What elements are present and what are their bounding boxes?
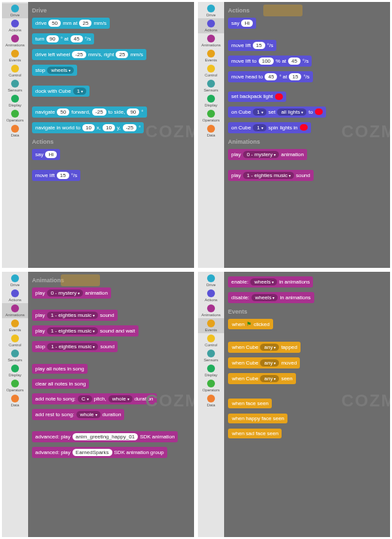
block-add-note[interactable]: add note to song:Cpitch,wholeduration [32, 393, 157, 404]
category-events[interactable]: Events [198, 318, 224, 333]
color-swatch-red[interactable] [275, 93, 283, 100]
block-dock[interactable]: dock with Cube1 [32, 86, 90, 97]
block-say-q1[interactable]: sayHi [32, 149, 60, 160]
block-enable-anim[interactable]: enable:wheelsin animations [228, 276, 313, 287]
category-sensors[interactable]: Sensors [198, 348, 224, 363]
category-label: Sensors [204, 88, 218, 92]
block-move-lift-to[interactable]: move lift to100% at45°/s [228, 56, 312, 67]
category-dot-icon [207, 5, 215, 12]
block-play-sound-q3[interactable]: play1 - eighties musicsound [32, 310, 118, 321]
category-actions[interactable]: Actions [198, 288, 224, 303]
category-operators[interactable]: Operators [198, 378, 224, 393]
category-drive[interactable]: Drive [2, 273, 28, 288]
block-say-q2[interactable]: sayHi [228, 18, 256, 29]
category-label: Events [9, 328, 21, 332]
category-label: Actions [8, 298, 22, 302]
category-drive[interactable]: Drive [198, 3, 224, 18]
sidebar-q1: DriveActionsAnimationsEventsControlSenso… [2, 2, 28, 268]
block-play-all-notes[interactable]: play all notes in song [32, 364, 88, 374]
category-drive[interactable]: Drive [198, 273, 224, 288]
block-when-cube-seen[interactable]: when Cubeanyseen [228, 373, 296, 384]
block-add-rest[interactable]: add rest to song:wholeduration [32, 409, 124, 420]
block-stop-sound[interactable]: stop1 - eighties musicsound [32, 341, 118, 352]
category-data[interactable]: Data [198, 393, 224, 408]
category-label: Animations [201, 43, 221, 47]
category-dot-icon [207, 50, 215, 57]
category-actions[interactable]: Actions [2, 18, 28, 33]
canvas-q3: COZM Animations play0 - mysteryanimation… [28, 272, 194, 538]
category-dot-icon [11, 380, 19, 387]
category-dot-icon [207, 95, 215, 103]
block-play-sound-q2[interactable]: play1 - eighties musicsound [228, 170, 314, 181]
block-navigate[interactable]: navigate50forward,-25to side,90° [32, 106, 147, 118]
block-play-sound-wait[interactable]: play1 - eighties musicsound and wait [32, 325, 139, 336]
category-display[interactable]: Display [2, 93, 28, 108]
category-label: Events [205, 58, 217, 62]
block-move-lift-q1[interactable]: move lift15°/s [32, 170, 80, 181]
category-animations[interactable]: Animations [198, 33, 224, 48]
block-when-sad-face[interactable]: when sad face seen [228, 429, 282, 438]
category-display[interactable]: Display [2, 363, 28, 378]
category-label: Sensors [8, 88, 22, 92]
category-label: Control [8, 73, 21, 77]
category-control[interactable]: Control [198, 333, 224, 348]
category-events[interactable]: Events [198, 48, 224, 63]
category-operators[interactable]: Operators [198, 108, 224, 123]
block-on-cube-set[interactable]: on Cube1setall lightsto [228, 106, 326, 118]
category-label: Data [207, 133, 216, 137]
category-events[interactable]: Events [2, 318, 28, 333]
block-drive[interactable]: drive50mm at25mm/s [32, 18, 110, 29]
category-events[interactable]: Events [2, 48, 28, 63]
block-move-lift-q2[interactable]: move lift15°/s [228, 40, 276, 51]
category-sensors[interactable]: Sensors [2, 348, 28, 363]
category-data[interactable]: Data [2, 393, 28, 408]
category-animations[interactable]: Animations [2, 303, 28, 318]
block-drive-left-wheel[interactable]: drive left wheel-25mm/s, right25mm/s [32, 49, 146, 60]
block-when-happy-face[interactable]: when happy face seen [228, 414, 287, 423]
category-display[interactable]: Display [198, 363, 224, 378]
category-display[interactable]: Display [198, 93, 224, 108]
category-dot-icon [207, 35, 215, 42]
block-move-head[interactable]: move head to45° at15°/s [228, 71, 313, 82]
category-operators[interactable]: Operators [2, 108, 28, 123]
block-navigate-world[interactable]: navigate in world to10x,10y,-25° [32, 122, 144, 133]
category-label: Display [8, 373, 22, 377]
category-control[interactable]: Control [2, 63, 28, 78]
block-when-face-seen[interactable]: when face seen [228, 399, 272, 408]
block-play-animation-q2[interactable]: play0 - mysteryanimation [228, 149, 307, 160]
category-actions[interactable]: Actions [198, 18, 224, 33]
block-disable-anim[interactable]: disable:wheelsin animations [228, 292, 314, 303]
category-operators[interactable]: Operators [2, 378, 28, 393]
block-when-cube-tapped[interactable]: when Cubeanytapped [228, 342, 301, 353]
category-animations[interactable]: Animations [198, 303, 224, 318]
category-label: Drive [10, 283, 20, 287]
category-sensors[interactable]: Sensors [198, 78, 224, 93]
block-when-cube-moved[interactable]: when Cubeanymoved [228, 357, 300, 368]
category-dot-icon [11, 395, 19, 402]
block-advanced-anim[interactable]: advanced: playanim_greeting_happy_01SDK … [32, 431, 178, 442]
category-dot-icon [11, 5, 19, 12]
category-label: Data [207, 403, 216, 407]
block-set-backpack-light[interactable]: set backpack light [228, 91, 286, 102]
category-label: Control [204, 343, 217, 347]
category-animations[interactable]: Animations [2, 33, 28, 48]
category-drive[interactable]: Drive [2, 3, 28, 18]
category-data[interactable]: Data [198, 123, 224, 139]
block-play-animation-q3[interactable]: play0 - mysteryanimation [32, 287, 111, 299]
block-turn[interactable]: turn90° at45°/s [32, 33, 94, 44]
category-dot-icon [11, 350, 19, 357]
block-on-cube-spin[interactable]: on Cube1spinlights in [228, 122, 311, 133]
dropdown-wheels[interactable]: wheels [47, 67, 74, 74]
category-data[interactable]: Data [2, 123, 28, 139]
block-stop[interactable]: stopwheels [32, 65, 77, 76]
category-label: Actions [8, 28, 22, 32]
block-clear-all-notes[interactable]: clear all notes in song [32, 379, 89, 389]
category-control[interactable]: Control [2, 333, 28, 348]
block-when-flag-clicked[interactable]: when⚑clicked [228, 319, 273, 329]
category-actions[interactable]: Actions [2, 288, 28, 303]
panel-q1: DriveActionsAnimationsEventsControlSenso… [2, 2, 194, 268]
category-control[interactable]: Control [198, 63, 224, 78]
category-sensors[interactable]: Sensors [2, 78, 28, 93]
category-label: Control [204, 73, 217, 77]
block-advanced-anim-group[interactable]: advanced: playEarnedSparksSDK animation … [32, 447, 167, 458]
